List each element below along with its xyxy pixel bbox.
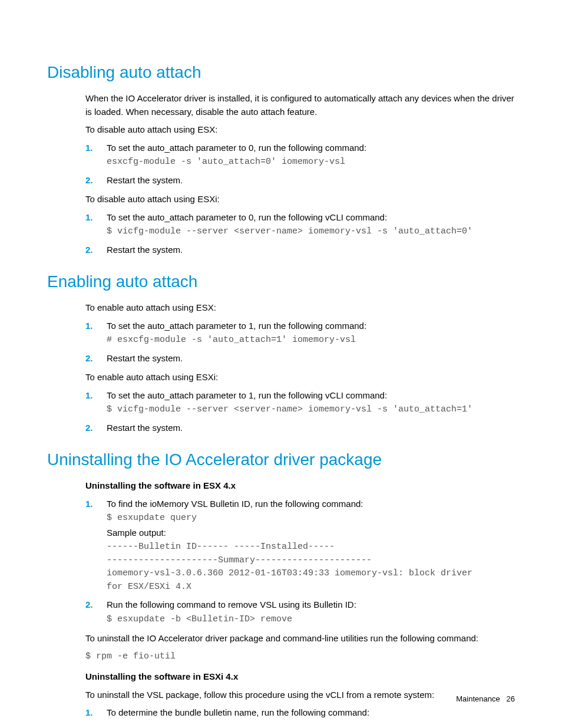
code-block: $ vicfg-module --server <server-name> io… (107, 403, 515, 417)
list-item: 1. To find the ioMemory VSL Bulletin ID,… (85, 498, 515, 594)
paragraph-intro: When the IO Accelerator driver is instal… (85, 92, 515, 118)
list-disable-esxi: 1. To set the auto_attach parameter to 0… (85, 211, 515, 257)
subheading-uninstall-esx: Uninstalling the software in ESX 4.x (85, 479, 515, 493)
list-uninstall-esxi: 1. To determine the bundle bulletin name… (85, 706, 515, 720)
list-number: 2. (85, 243, 93, 257)
code-block: # esxcfg-module -s 'auto_attach=1' iomem… (107, 334, 515, 347)
list-item: 1. To set the auto_attach parameter to 1… (85, 319, 515, 347)
step-text: Restart the system. (107, 175, 183, 185)
list-item: 2. Restart the system. (85, 352, 515, 365)
list-enable-esxi: 1. To set the auto_attach parameter to 1… (85, 389, 515, 435)
step-text: To set the auto_attach parameter to 0, r… (107, 143, 366, 153)
list-disable-esx: 1. To set the auto_attach parameter to 0… (85, 141, 515, 187)
list-number: 2. (85, 598, 93, 612)
output-line: for ESX/ESXi 4.X (107, 581, 515, 594)
code-block: esxcfg-module -s 'auto_attach=0' iomemor… (107, 156, 515, 169)
list-item: 1. To set the auto_attach parameter to 0… (85, 211, 515, 239)
paragraph-esxi-intro: To enable auto attach using ESXi: (85, 371, 515, 384)
step-text: Run the following command to remove VSL … (107, 599, 356, 610)
step-text: To set the auto_attach parameter to 0, r… (107, 212, 387, 222)
step-text: To determine the bundle bulletin name, r… (107, 707, 369, 717)
step-text: Restart the system. (107, 423, 183, 433)
code-block: $ vicfg-module --server <server-name> io… (107, 225, 515, 239)
paragraph-esx-intro: To disable auto attach using ESX: (85, 123, 515, 137)
code-block: $ rpm -e fio-util (85, 650, 515, 664)
list-number: 2. (85, 421, 93, 435)
paragraph-uninstall-cmdline: To uninstall the IO Accelerator driver p… (85, 632, 515, 645)
list-number: 1. (85, 141, 93, 155)
list-uninstall-esx: 1. To find the ioMemory VSL Bulletin ID,… (85, 498, 515, 627)
code-block: $ esxupdate -b <Bulletin-ID> remove (107, 613, 515, 627)
page-footer: Maintenance 26 (456, 693, 515, 705)
list-item: 2. Run the following command to remove V… (85, 598, 515, 626)
heading-enabling-auto-attach: Enabling auto attach (47, 269, 515, 294)
output-line: iomemory-vsl-3.0.6.360 2012-01-16T03:49:… (107, 567, 515, 581)
paragraph-esx-intro: To enable auto attach using ESX: (85, 301, 515, 315)
step-text: Restart the system. (107, 245, 183, 255)
paragraph-uninstall-esxi-intro: To uninstall the VSL package, follow thi… (85, 689, 515, 702)
list-item: 1. To determine the bundle bulletin name… (85, 706, 515, 720)
step-text: To find the ioMemory VSL Bulletin ID, ru… (107, 499, 363, 509)
list-number: 2. (85, 174, 93, 187)
list-number: 2. (85, 352, 93, 365)
list-enable-esx: 1. To set the auto_attach parameter to 1… (85, 319, 515, 365)
list-number: 1. (85, 498, 93, 511)
heading-uninstalling: Uninstalling the IO Accelerator driver p… (47, 447, 515, 472)
list-item: 2. Restart the system. (85, 174, 515, 187)
output-line: ---------------------Summary------------… (107, 554, 515, 568)
sample-output-label: Sample output: (107, 526, 515, 540)
step-text: To set the auto_attach parameter to 1, r… (107, 390, 387, 400)
list-item: 1. To set the auto_attach parameter to 1… (85, 389, 515, 417)
list-item: 1. To set the auto_attach parameter to 0… (85, 141, 515, 169)
list-number: 1. (85, 389, 93, 403)
list-item: 2. Restart the system. (85, 421, 515, 435)
list-number: 1. (85, 706, 93, 720)
subheading-uninstall-esxi: Uninstalling the software in ESXi 4.x (85, 670, 515, 684)
footer-page-number: 26 (507, 694, 515, 703)
output-line: ------Bulletin ID------ -----Installed--… (107, 541, 515, 554)
paragraph-esxi-intro: To disable auto attach using ESXi: (85, 193, 515, 206)
list-number: 1. (85, 319, 93, 333)
list-item: 2. Restart the system. (85, 243, 515, 257)
code-block: $ esxupdate query (107, 512, 515, 525)
step-text: Restart the system. (107, 353, 183, 363)
step-text: To set the auto_attach parameter to 1, r… (107, 321, 366, 331)
footer-section-label: Maintenance (456, 694, 500, 703)
heading-disabling-auto-attach: Disabling auto attach (47, 60, 515, 85)
list-number: 1. (85, 211, 93, 225)
